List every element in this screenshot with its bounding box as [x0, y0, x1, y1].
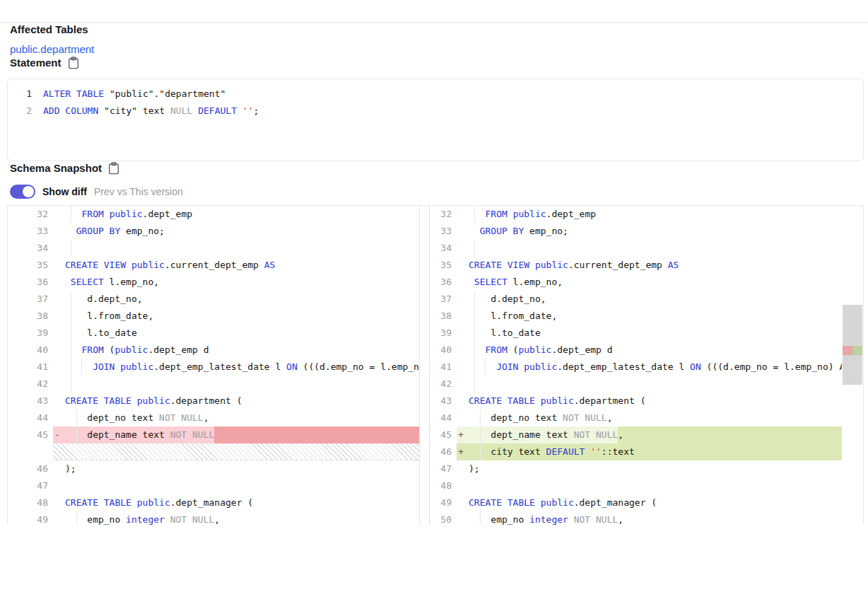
- line-marker: [53, 291, 65, 308]
- code-text: [469, 376, 842, 393]
- diff-code-line: 32 FROM public.dept_emp: [8, 206, 419, 223]
- code-text: );: [65, 460, 419, 477]
- line-body: FROM (public.dept_emp d: [53, 342, 419, 359]
- code-text: l.to_date: [65, 325, 419, 342]
- diff-code-line: 34: [430, 240, 863, 257]
- line-marker: [457, 460, 469, 477]
- indent-guide: [81, 359, 82, 376]
- diff-code-line: 45+ dept_name text NOT NULL,: [430, 426, 863, 443]
- statement-code-block[interactable]: 1ALTER TABLE "public"."department"2ADD C…: [7, 79, 864, 161]
- line-body: CREATE TABLE public.dept_manager (: [53, 494, 419, 511]
- added-line-marker: +: [457, 443, 469, 460]
- code-text: CREATE VIEW public.current_dept_emp AS: [65, 257, 419, 274]
- diff-code-line: 50 emp_no integer NOT NULL,: [430, 511, 863, 525]
- line-marker: [53, 460, 65, 477]
- diff-code-line: 41 JOIN public.dept_emp_latest_date l ON…: [8, 359, 419, 376]
- line-marker: [457, 223, 469, 240]
- statement-line: 2ADD COLUMN "city" text NULL DEFAULT '';: [8, 103, 863, 120]
- line-body: );: [457, 460, 842, 477]
- schema-diff-editor: 32 FROM public.dept_emp33 GROUP BY emp_n…: [7, 205, 864, 525]
- code-text: [469, 477, 842, 494]
- code-text: [65, 477, 419, 494]
- diff-sash[interactable]: [420, 206, 430, 525]
- code-text: [65, 376, 419, 393]
- line-marker: [457, 325, 469, 342]
- copy-schema-button[interactable]: [108, 162, 119, 175]
- line-number: 35: [8, 257, 53, 274]
- diff-ruler-deletion-mark: [843, 346, 852, 355]
- indent-guide: [71, 342, 71, 359]
- line-number: 40: [430, 342, 457, 359]
- line-number: 37: [8, 291, 53, 308]
- line-number: 38: [8, 308, 53, 325]
- diff-ruler-addition-mark: [852, 346, 862, 355]
- indent-guide: [474, 359, 475, 376]
- diff-code-line: 47);: [430, 460, 863, 477]
- line-body: );: [53, 460, 419, 477]
- line-number: 49: [8, 511, 53, 525]
- line-body: CREATE VIEW public.current_dept_emp AS: [457, 257, 842, 274]
- code-text: GROUP BY emp_no;: [65, 223, 419, 240]
- line-number: 35: [430, 257, 457, 274]
- line-body: FROM public.dept_emp: [457, 206, 842, 223]
- line-marker: [53, 325, 65, 342]
- show-diff-label: Show diff: [42, 186, 87, 197]
- diff-code-line: 42: [430, 376, 863, 393]
- code-text: JOIN public.dept_emp_latest_date l ON ((…: [469, 359, 842, 376]
- line-marker: [53, 410, 65, 426]
- line-number: 32: [8, 206, 53, 223]
- line-body: [457, 240, 842, 257]
- diff-code-line: 49CREATE TABLE public.dept_manager (: [430, 494, 863, 511]
- diff-code-line: 43CREATE TABLE public.department (: [430, 393, 863, 410]
- diff-code-line: 49 emp_no integer NOT NULL,: [8, 511, 419, 525]
- line-body: GROUP BY emp_no;: [457, 223, 842, 240]
- code-text: FROM (public.dept_emp d: [65, 342, 419, 359]
- show-diff-toggle[interactable]: [10, 185, 35, 199]
- line-number: 41: [8, 359, 53, 376]
- line-number: 39: [8, 325, 53, 342]
- line-marker: [53, 359, 65, 376]
- deleted-line-marker: -: [53, 426, 65, 443]
- line-marker: [53, 477, 65, 494]
- line-marker: [53, 342, 65, 359]
- code-text: JOIN public.dept_emp_latest_date l ON ((…: [65, 359, 419, 376]
- line-body: CREATE TABLE public.department (: [457, 393, 842, 410]
- scrollbar-thumb[interactable]: [843, 305, 862, 385]
- line-number: 44: [430, 410, 457, 426]
- line-number: 47: [430, 460, 457, 477]
- line-number: 48: [430, 477, 457, 494]
- line-body: GROUP BY emp_no;: [53, 223, 419, 240]
- diff-pane-previous[interactable]: 32 FROM public.dept_emp33 GROUP BY emp_n…: [8, 206, 420, 525]
- indent-guide: [71, 376, 71, 393]
- diff-code-line: 32 FROM public.dept_emp: [430, 206, 863, 223]
- clipboard-icon: [108, 162, 119, 175]
- line-marker: [457, 291, 469, 308]
- line-marker: [53, 257, 65, 274]
- line-number: [8, 443, 53, 460]
- indent-guide: [480, 443, 481, 460]
- diff-pane-current[interactable]: 32 FROM public.dept_emp33 GROUP BY emp_n…: [430, 206, 863, 525]
- line-marker: [457, 308, 469, 325]
- code-text: [65, 240, 419, 257]
- diff-code-line: 47: [8, 477, 419, 494]
- code-text: dept_no text NOT NULL,: [469, 410, 842, 426]
- line-body: l.to_date: [457, 325, 842, 342]
- line-number: 34: [430, 240, 457, 257]
- line-number: 2: [8, 103, 43, 120]
- diff-filler-line: [8, 443, 419, 460]
- line-marker: [53, 206, 65, 223]
- statement-line: 1ALTER TABLE "public"."department": [8, 86, 863, 103]
- code-text: CREATE TABLE public.dept_manager (: [65, 494, 419, 511]
- affected-table-link[interactable]: public.department: [10, 43, 94, 56]
- indent-guide: [485, 359, 486, 376]
- copy-statement-button[interactable]: [68, 57, 79, 69]
- line-marker: [457, 206, 469, 223]
- line-body: emp_no integer NOT NULL,: [53, 511, 419, 525]
- diff-code-line: 48: [430, 477, 863, 494]
- line-body: [53, 376, 419, 393]
- line-number: 32: [430, 206, 457, 223]
- code-text: ADD COLUMN "city" text NULL DEFAULT '';: [43, 103, 259, 120]
- code-text: l.from_date,: [65, 308, 419, 325]
- line-body: JOIN public.dept_emp_latest_date l ON ((…: [53, 359, 419, 376]
- line-number: 42: [430, 376, 457, 393]
